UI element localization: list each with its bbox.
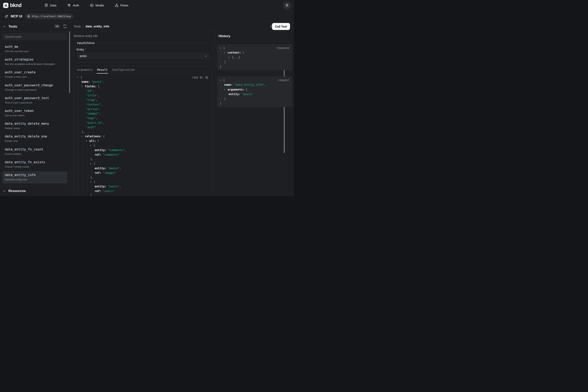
nav-item-media[interactable]: Media bbox=[90, 4, 104, 7]
collapse-triangle-icon[interactable]: ▼ bbox=[77, 75, 80, 80]
json-indent-guide bbox=[82, 157, 82, 162]
json-string-value: "data_entity_info" bbox=[234, 83, 264, 86]
json-indent-guide bbox=[82, 93, 82, 98]
json-key: relations: bbox=[85, 135, 102, 138]
nav-item-label: Flows bbox=[120, 4, 128, 7]
json-node-row: ▼relations:{ bbox=[77, 134, 126, 139]
json-node-row: ▶{...} bbox=[220, 55, 244, 60]
json-leaf-row: } bbox=[220, 96, 266, 101]
json-punctuation: } bbox=[90, 194, 92, 196]
json-key: name: bbox=[224, 83, 232, 86]
json-indent-guide bbox=[78, 116, 78, 120]
tab-label: Arguments bbox=[77, 68, 93, 71]
json-punctuation: [ bbox=[97, 139, 99, 142]
json-key: entity: bbox=[95, 185, 106, 188]
json-punctuation: } bbox=[224, 97, 226, 100]
json-indent-guide bbox=[87, 143, 87, 148]
json-node-row: ▼{ bbox=[77, 143, 126, 148]
json-string-value: "media" bbox=[108, 167, 120, 170]
tool-item-data_entity_delete_one[interactable]: data_entity_delete_oneDelete one bbox=[2, 133, 67, 145]
result-size: (442 B) bbox=[192, 76, 203, 79]
json-punctuation: { bbox=[94, 144, 95, 147]
result-meta: (442 B) bbox=[192, 76, 208, 79]
resources-section-title: Resources bbox=[8, 189, 26, 193]
json-leaf-row: entity:"media", bbox=[77, 166, 126, 171]
collapse-triangle-icon[interactable]: ▼ bbox=[81, 84, 85, 89]
collapse-triangle-icon[interactable]: ▼ bbox=[220, 78, 223, 83]
tool-item-data_entity_fn_count[interactable]: data_entity_fn_countCount entities bbox=[2, 146, 67, 158]
nav-item-auth[interactable]: Auth bbox=[67, 4, 79, 7]
json-string-value: "id" bbox=[86, 89, 93, 92]
breadcrumb-section[interactable]: Tools bbox=[74, 24, 81, 28]
call-tool-button[interactable]: Call Tool bbox=[272, 23, 290, 30]
history-card-request[interactable]: request ▼{name:"data_entity_info",▼argum… bbox=[217, 76, 292, 107]
json-key: ref: bbox=[95, 171, 101, 174]
tab-configuration[interactable]: Configuration bbox=[110, 66, 137, 73]
json-string-value: "slug" bbox=[86, 98, 96, 102]
json-string-value: "posts" bbox=[242, 92, 253, 96]
collapse-triangle-icon[interactable]: ▼ bbox=[81, 134, 85, 139]
collapse-triangle-icon[interactable]: ▼ bbox=[224, 87, 227, 92]
json-indent-guide bbox=[78, 148, 78, 152]
tool-item-auth_user_password_change[interactable]: auth_user_password_changeChange a user's… bbox=[2, 82, 67, 94]
json-node-row: ▼{ bbox=[220, 78, 266, 82]
json-indent-guide bbox=[78, 84, 78, 89]
json-indent-guide bbox=[78, 175, 78, 180]
main-content: Retrieve entity info InputSchema Entity*… bbox=[70, 31, 215, 196]
history-card-response[interactable]: response ▼{▼content:[▶{...}]} bbox=[217, 44, 292, 70]
nav-items: DataAuthMediaFlows bbox=[44, 4, 128, 7]
json-indent-guide bbox=[220, 50, 221, 55]
tool-item-data_entity_info[interactable]: data_entity_infoRetrieve entity info bbox=[2, 171, 67, 184]
json-comma: , bbox=[92, 176, 93, 179]
expand-triangle-icon[interactable]: ▶ bbox=[228, 55, 232, 60]
tool-item-auth_me[interactable]: auth_meGet the current user bbox=[2, 43, 67, 55]
json-leaf-row: entity:"users", bbox=[77, 184, 126, 189]
tab-result[interactable]: Result bbox=[95, 66, 110, 73]
mcp-ui-title: MCP UI bbox=[11, 14, 22, 18]
collapse-triangle-icon[interactable]: ▼ bbox=[90, 162, 94, 166]
collapse-triangle-icon[interactable]: ▼ bbox=[90, 143, 94, 148]
collapse-triangle-icon[interactable]: ▼ bbox=[90, 180, 94, 184]
json-leaf-row: }, bbox=[77, 175, 126, 180]
tool-item-auth_user_password_test[interactable]: auth_user_password_testTest a user's pas… bbox=[2, 94, 67, 106]
sidebar-scrollbar[interactable] bbox=[69, 31, 70, 93]
refresh-icon[interactable] bbox=[63, 24, 67, 28]
collapse-triangle-icon[interactable]: ▼ bbox=[220, 46, 223, 50]
avatar[interactable]: D bbox=[283, 2, 291, 10]
json-string-value: "users" bbox=[103, 190, 115, 192]
tool-item-auth_user_create[interactable]: auth_user_createCreate a new user bbox=[2, 68, 67, 81]
database-icon bbox=[44, 4, 48, 7]
mcp-url-pill[interactable]: http://localhost:28623/mcp bbox=[25, 14, 74, 20]
json-leaf-row: name:"data_entity_info", bbox=[220, 82, 266, 87]
json-indent-guide bbox=[78, 130, 78, 134]
tab-arguments[interactable]: Arguments bbox=[75, 66, 95, 73]
workflow-icon bbox=[115, 4, 119, 7]
tool-item-auth_strategies[interactable]: auth_strategiesGet the available authent… bbox=[2, 56, 67, 68]
json-indent-guide bbox=[82, 88, 82, 93]
tools-section-header[interactable]: Tools 50 bbox=[0, 22, 70, 31]
tool-item-auth_user_token[interactable]: auth_user_tokenGet a user token bbox=[2, 107, 67, 119]
resources-section-header[interactable]: Resources bbox=[0, 186, 70, 196]
search-input[interactable] bbox=[2, 33, 67, 40]
json-indent-guide bbox=[87, 148, 87, 152]
brand-logo[interactable]: bknd bbox=[3, 2, 21, 8]
json-leaf-row: "images", bbox=[77, 111, 126, 116]
json-string-value: "asdf" bbox=[86, 126, 96, 129]
tool-name: auth_me bbox=[5, 45, 65, 49]
json-indent-guide bbox=[78, 152, 78, 157]
nav-item-flows[interactable]: Flows bbox=[115, 4, 128, 7]
json-comma: , bbox=[93, 89, 94, 92]
json-leaf-row: "active", bbox=[77, 107, 126, 112]
json-leaf-row: "slug", bbox=[77, 98, 126, 102]
collapse-triangle-icon[interactable]: ▼ bbox=[224, 50, 227, 55]
tool-item-data_entity_fn_exists[interactable]: data_entity_fn_existsCheck if entity exi… bbox=[2, 158, 67, 171]
json-indent-guide bbox=[82, 125, 82, 130]
collapse-triangle-icon[interactable]: ▼ bbox=[86, 139, 89, 144]
copy-icon[interactable] bbox=[205, 76, 208, 79]
required-asterisk: * bbox=[85, 48, 86, 51]
json-indent-guide bbox=[82, 171, 82, 175]
tool-item-data_entity_delete_many[interactable]: data_entity_delete_manyDelete many bbox=[2, 120, 67, 132]
nav-item-data[interactable]: Data bbox=[44, 4, 56, 7]
entity-select[interactable]: posts bbox=[77, 53, 210, 59]
tool-name: auth_user_create bbox=[5, 70, 65, 74]
